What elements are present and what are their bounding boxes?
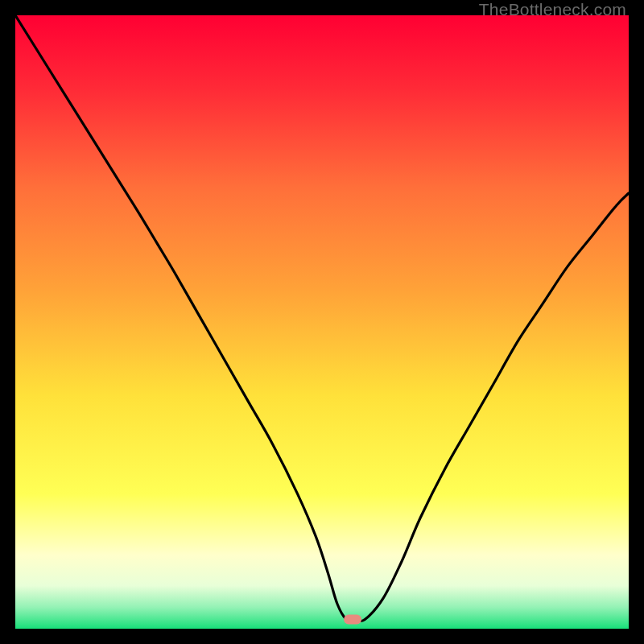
watermark-text: TheBottleneck.com: [479, 0, 626, 19]
gradient-background: [15, 15, 629, 629]
min-point-marker: [344, 615, 361, 625]
bottleneck-chart: [15, 15, 629, 629]
chart-frame: [15, 15, 629, 629]
